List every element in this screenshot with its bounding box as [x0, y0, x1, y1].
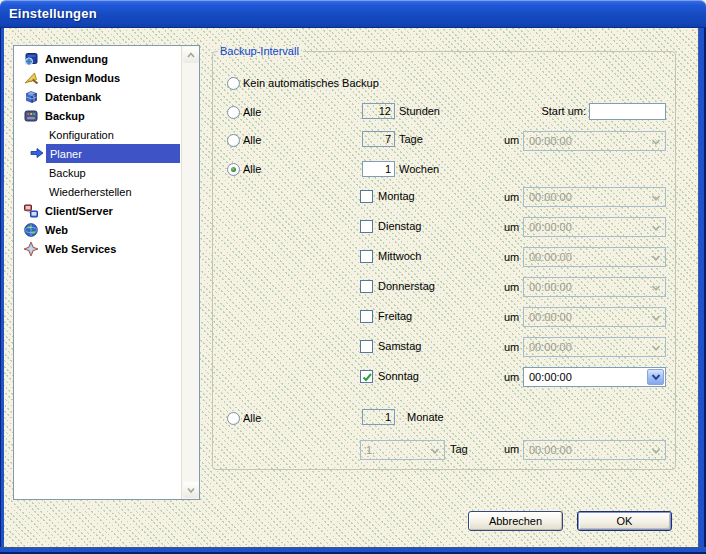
sidebar-item-datenbank[interactable]: Datenbank	[15, 87, 180, 106]
sidebar-item-label: Web Services	[45, 243, 116, 255]
checkbox-sonntag-label: Sonntag	[378, 370, 419, 382]
days-time-value: 00:00:00	[529, 135, 572, 147]
mittwoch-um-label: um	[504, 251, 519, 263]
sidebar-item-wiederherstellen[interactable]: Wiederherstellen	[15, 182, 180, 201]
window-border-bottom	[0, 547, 706, 554]
scroll-down-button[interactable]	[183, 482, 199, 498]
sidebar-item-backup[interactable]: Backup	[15, 106, 180, 125]
months-value-input[interactable]: 1	[362, 409, 395, 425]
titlebar[interactable]: Einstellungen	[0, 0, 706, 28]
donnerstag-time-combo[interactable]: 00:00:00	[523, 277, 666, 297]
sidebar-item-label: Backup	[45, 110, 85, 122]
weeks-value-input[interactable]: 1	[362, 161, 395, 177]
dienstag-time-value: 00:00:00	[529, 221, 572, 233]
chevron-down-icon	[650, 192, 662, 204]
checkbox-donnerstag[interactable]	[360, 280, 373, 293]
days-time-combo[interactable]: 00:00:00	[523, 131, 666, 151]
sidebar-item-konfiguration[interactable]: Konfiguration	[15, 125, 180, 144]
sidebar-item-label: Design Modus	[45, 72, 120, 84]
samstag-time-value: 00:00:00	[529, 341, 572, 353]
checkbox-samstag[interactable]	[360, 340, 373, 353]
chevron-down-icon	[650, 342, 662, 354]
month-day-value: 1.	[366, 444, 375, 456]
sidebar-item-web-services[interactable]: Web Services	[15, 239, 180, 258]
chevron-down-icon	[185, 485, 197, 495]
months-time-combo[interactable]: 00:00:00	[523, 440, 666, 460]
checkbox-dienstag[interactable]	[360, 220, 373, 233]
window-border-left	[0, 27, 4, 554]
window-title: Einstellungen	[9, 6, 97, 21]
months-unit-label: Monate	[407, 411, 444, 423]
window-border-right	[698, 27, 706, 554]
radio-hours[interactable]	[227, 106, 240, 119]
month-day-combo[interactable]: 1.	[360, 440, 445, 460]
chevron-down-icon	[650, 371, 662, 383]
sidebar-item-design-modus[interactable]: Design Modus	[15, 68, 180, 87]
radio-no-backup-label: Kein automatisches Backup	[243, 77, 379, 89]
scroll-up-button[interactable]	[183, 47, 199, 63]
radio-weeks[interactable]	[227, 163, 240, 176]
hours-value-input[interactable]: 12	[362, 103, 395, 119]
web-services-icon	[23, 241, 39, 257]
design-mode-icon	[23, 70, 39, 86]
sonntag-time-combo[interactable]: 00:00:00	[523, 367, 666, 387]
database-icon	[23, 89, 39, 105]
sidebar-item-label: Anwendung	[45, 53, 108, 65]
radio-weeks-label: Alle	[243, 163, 261, 175]
sidebar-item-client-server[interactable]: Client/Server	[15, 201, 180, 220]
sidebar-item-label: Konfiguration	[49, 129, 114, 141]
samstag-time-combo[interactable]: 00:00:00	[523, 337, 666, 357]
days-unit-label: Tage	[399, 133, 423, 145]
checkbox-freitag[interactable]	[360, 310, 373, 323]
checkbox-mittwoch[interactable]	[360, 250, 373, 263]
sonntag-um-label: um	[504, 371, 519, 383]
months-time-value: 00:00:00	[529, 444, 572, 456]
freitag-time-combo[interactable]: 00:00:00	[523, 307, 666, 327]
chevron-down-icon	[650, 136, 662, 148]
settings-tree: Anwendung Design Modus Datenbank Backup	[13, 45, 200, 500]
sidebar-scrollbar[interactable]	[181, 46, 199, 499]
radio-no-backup[interactable]	[227, 77, 240, 90]
sidebar-item-label: Datenbank	[45, 91, 101, 103]
radio-months-label: Alle	[243, 412, 261, 424]
chevron-down-icon	[650, 252, 662, 264]
sidebar-item-backup-sub[interactable]: Backup	[15, 163, 180, 182]
chevron-down-icon	[429, 445, 441, 457]
months-um-label: um	[504, 443, 519, 455]
radio-months[interactable]	[227, 412, 240, 425]
checkbox-montag[interactable]	[360, 190, 373, 203]
ok-button[interactable]: OK	[577, 511, 672, 531]
mittwoch-time-combo[interactable]: 00:00:00	[523, 247, 666, 267]
dienstag-time-combo[interactable]: 00:00:00	[523, 217, 666, 237]
start-time-input[interactable]	[589, 103, 666, 120]
cancel-button[interactable]: Abbrechen	[468, 511, 563, 531]
radio-days-label: Alle	[243, 134, 261, 146]
days-value-input[interactable]: 7	[362, 131, 395, 147]
freitag-time-value: 00:00:00	[529, 311, 572, 323]
web-globe-icon	[23, 222, 39, 238]
application-icon	[23, 51, 39, 67]
radio-days[interactable]	[227, 134, 240, 147]
checkbox-dienstag-label: Dienstag	[378, 220, 421, 232]
mittwoch-time-value: 00:00:00	[529, 251, 572, 263]
dienstag-um-label: um	[504, 221, 519, 233]
montag-um-label: um	[504, 191, 519, 203]
sidebar-item-planer[interactable]: Planer	[46, 144, 180, 163]
client-server-icon	[23, 203, 39, 219]
sidebar-item-label: Planer	[50, 148, 82, 160]
combo-dropdown-button[interactable]	[647, 369, 664, 385]
checkbox-sonntag[interactable]	[360, 370, 373, 383]
sidebar-item-web[interactable]: Web	[15, 220, 180, 239]
checkmark-icon	[361, 371, 374, 384]
groupbox-title: Backup-Intervall	[218, 45, 303, 57]
days-um-label: um	[504, 134, 519, 146]
weeks-unit-label: Wochen	[399, 163, 439, 175]
sidebar-item-anwendung[interactable]: Anwendung	[15, 49, 180, 68]
chevron-down-icon	[650, 222, 662, 234]
freitag-um-label: um	[504, 311, 519, 323]
checkbox-donnerstag-label: Donnerstag	[378, 280, 435, 292]
chevron-down-icon	[650, 312, 662, 324]
backup-icon	[23, 108, 39, 124]
settings-tree-items: Anwendung Design Modus Datenbank Backup	[15, 49, 180, 258]
montag-time-combo[interactable]: 00:00:00	[523, 187, 666, 207]
